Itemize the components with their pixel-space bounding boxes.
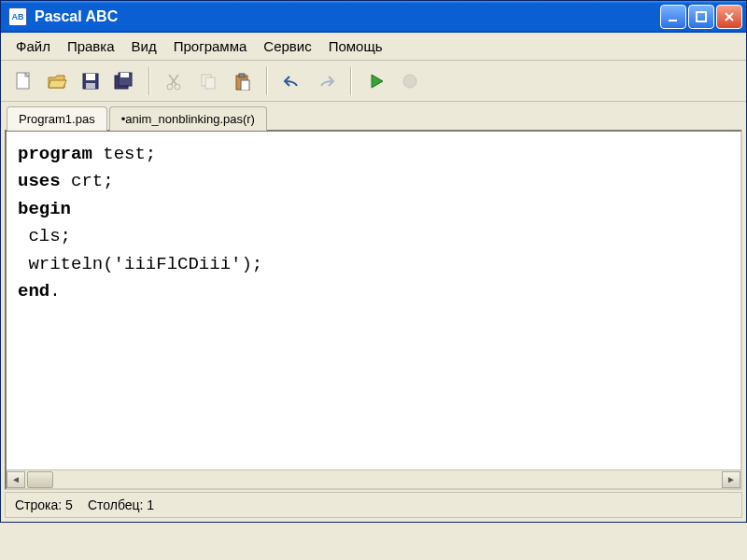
status-line: Строка: 5 [15, 497, 73, 512]
status-col-label: Столбец: [88, 497, 144, 512]
save-button[interactable] [76, 66, 106, 96]
scroll-thumb[interactable] [27, 471, 53, 488]
status-col-value: 1 [147, 497, 154, 512]
menu-view[interactable]: Вид [126, 35, 162, 57]
copy-button[interactable] [193, 66, 223, 96]
stop-button[interactable] [395, 66, 425, 96]
window-controls [660, 5, 742, 29]
menu-edit[interactable]: Правка [62, 35, 120, 57]
save-all-button[interactable] [109, 66, 139, 96]
application-window: AB Pascal ABC Файл Правка Вид Программа … [0, 0, 747, 523]
status-line-label: Строка: [15, 497, 62, 512]
open-button[interactable] [42, 66, 72, 96]
svg-rect-12 [205, 77, 215, 89]
redo-button[interactable] [311, 66, 341, 96]
keyword: begin [18, 199, 71, 219]
toolbar-separator [148, 67, 150, 95]
copy-icon [199, 72, 218, 91]
menu-service[interactable]: Сервис [258, 35, 317, 57]
save-all-icon [113, 71, 135, 91]
menu-help[interactable]: Помощь [323, 35, 388, 57]
save-icon [80, 71, 101, 91]
tab-program1[interactable]: Program1.pas [7, 106, 107, 131]
svg-point-16 [403, 75, 416, 88]
open-icon [47, 71, 67, 91]
svg-rect-14 [239, 74, 245, 77]
svg-point-9 [167, 84, 173, 90]
code-text: writeln('iiiFlCDiii'); [18, 254, 262, 274]
svg-rect-0 [669, 20, 677, 21]
statusbar: Строка: 5 Столбец: 1 [5, 492, 742, 518]
keyword: program [18, 144, 92, 164]
app-icon: AB [8, 7, 27, 26]
menu-file[interactable]: Файл [10, 35, 56, 57]
titlebar: AB Pascal ABC [1, 1, 746, 33]
tab-anim-nonblinking[interactable]: •anim_nonblinking.pas(r) [109, 106, 267, 131]
minimize-button[interactable] [660, 5, 686, 29]
new-file-button[interactable] [8, 66, 38, 96]
svg-rect-4 [86, 74, 95, 80]
code-text: test; [92, 144, 156, 164]
svg-rect-15 [241, 80, 249, 91]
horizontal-scrollbar[interactable]: ◄ ► [7, 469, 740, 488]
scroll-right-button[interactable]: ► [722, 471, 740, 488]
cut-button[interactable] [160, 66, 190, 96]
toolbar [1, 61, 746, 102]
menubar: Файл Правка Вид Программа Сервис Помощь [1, 33, 746, 61]
window-title: Pascal ABC [35, 8, 660, 25]
menu-program[interactable]: Программа [168, 35, 253, 57]
svg-rect-1 [697, 12, 706, 21]
svg-rect-8 [120, 73, 129, 77]
toolbar-separator [266, 67, 268, 95]
status-column: Столбец: 1 [88, 497, 154, 512]
status-line-value: 5 [65, 497, 73, 512]
keyword: end [18, 281, 49, 301]
undo-button[interactable] [277, 66, 307, 96]
cut-icon [165, 72, 184, 91]
code-text: . [49, 281, 60, 301]
undo-icon [282, 73, 303, 90]
svg-point-10 [175, 84, 180, 90]
code-editor[interactable]: program test; uses crt; begin cls; write… [7, 132, 740, 469]
run-icon [368, 73, 385, 90]
stop-icon [402, 73, 418, 90]
maximize-button[interactable] [688, 5, 714, 29]
run-button[interactable] [361, 66, 391, 96]
new-file-icon [13, 71, 34, 91]
code-text: cls; [18, 226, 71, 246]
editor-area: program test; uses crt; begin cls; write… [5, 130, 742, 490]
paste-icon [233, 72, 251, 91]
redo-icon [316, 73, 336, 90]
scroll-left-button[interactable]: ◄ [7, 471, 25, 488]
svg-rect-5 [86, 83, 95, 89]
toolbar-separator [350, 67, 352, 95]
paste-button[interactable] [227, 66, 257, 96]
keyword: uses [18, 171, 61, 191]
document-tabs: Program1.pas •anim_nonblinking.pas(r) [1, 102, 746, 130]
code-text: crt; [61, 171, 114, 191]
close-button[interactable] [716, 5, 742, 29]
